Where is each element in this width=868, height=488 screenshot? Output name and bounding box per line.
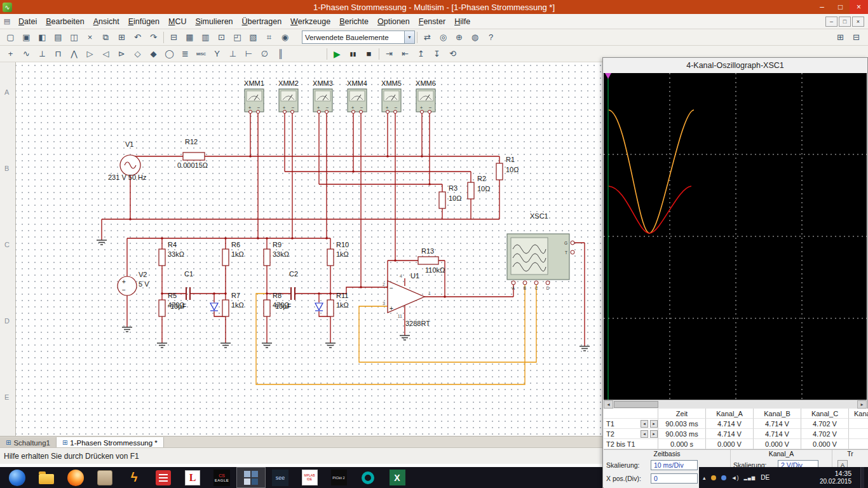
transfer-button[interactable]: ⇄	[419, 30, 435, 44]
place-electromech-button[interactable]: ⊥	[225, 46, 241, 61]
place-misc-digital-button[interactable]: ◆	[146, 46, 161, 61]
multimeter-xmm5[interactable]	[382, 89, 401, 114]
menu-berichte[interactable]: Berichte	[335, 15, 373, 28]
scroll-left-button[interactable]: ◂	[604, 400, 613, 409]
t1-right-button[interactable]: ▸	[650, 420, 658, 428]
tray-app-icon-1[interactable]	[711, 475, 716, 480]
place-ground-button[interactable]: ⟂	[34, 46, 50, 61]
mdi-restore-button[interactable]: □	[839, 17, 851, 27]
start-button[interactable]	[3, 467, 32, 488]
open-file-button[interactable]: ▣	[18, 30, 34, 44]
component-wizard-button[interactable]: ⊡	[214, 30, 229, 44]
redo-button[interactable]: ↷	[146, 30, 161, 44]
place-bus-button[interactable]: ║	[273, 46, 288, 61]
copy-button[interactable]: ⧉	[98, 30, 114, 44]
scope-scrollbar[interactable]: ◂ ▸	[604, 400, 867, 409]
cursor-marker-icon[interactable]	[605, 73, 611, 79]
place-analog-button[interactable]: ◁	[98, 46, 114, 61]
place-cmos-button[interactable]: ◇	[130, 46, 146, 61]
taskbar-firefox[interactable]	[61, 467, 90, 488]
help-button[interactable]: ?	[483, 30, 499, 44]
place-basic-button[interactable]: ⊓	[50, 46, 66, 61]
combo-arrow-icon[interactable]: ▼	[404, 31, 414, 43]
erc-button[interactable]: ⌗	[261, 30, 277, 44]
tray-app-icon-2[interactable]	[721, 475, 726, 480]
mdi-close-button[interactable]: ×	[852, 17, 864, 27]
place-source-button[interactable]: ∿	[18, 46, 34, 61]
multimeter-xmm1[interactable]	[245, 89, 264, 114]
grapher-button[interactable]: ◰	[229, 30, 245, 44]
menu-einfuegen[interactable]: Einfügen	[124, 15, 164, 28]
toggle-toolbox-button[interactable]: ⊞	[832, 30, 848, 44]
undo-button[interactable]: ↶	[130, 30, 146, 44]
t2-right-button[interactable]: ▸	[650, 430, 658, 438]
print-preview-button[interactable]: ◫	[66, 30, 82, 44]
pause-simulation-button[interactable]: ▮▮	[345, 46, 361, 61]
spreadsheet-view-button[interactable]: ▦	[182, 30, 198, 44]
wire-net[interactable]	[102, 112, 585, 346]
taskbar-app-1[interactable]	[90, 467, 119, 488]
mdi-minimize-button[interactable]: –	[825, 17, 837, 27]
place-misc-button[interactable]: MISC	[193, 46, 209, 61]
menu-bearbeiten[interactable]: Bearbeiten	[41, 15, 88, 28]
cut-button[interactable]: ×	[82, 30, 98, 44]
multimeter-xmm6[interactable]	[416, 89, 435, 114]
oscilloscope-title-bar[interactable]: 4-Kanal-Oszillograph-XSC1	[603, 58, 867, 74]
menu-ansicht[interactable]: Ansicht	[89, 15, 124, 28]
multimeter-xmm4[interactable]	[348, 89, 367, 114]
scroll-thumb[interactable]	[614, 401, 658, 408]
place-rf-button[interactable]: Y	[209, 46, 225, 61]
taskbar-eagle-cad[interactable]: CS EAGLE	[207, 467, 236, 488]
menu-simulieren[interactable]: Simulieren	[191, 15, 238, 28]
hidden-icons-button[interactable]: ▴	[703, 475, 706, 481]
step-out-button[interactable]: ↥	[413, 46, 429, 61]
taskbar-mplab-ide[interactable]: MPLAB IDE	[295, 467, 324, 488]
taskbar-see-electrical[interactable]: see	[266, 467, 295, 488]
t2-left-button[interactable]: ◂	[641, 430, 648, 438]
database-manager-button[interactable]: ▥	[198, 30, 214, 44]
print-button[interactable]: ▤	[50, 30, 66, 44]
show-desktop-button[interactable]	[860, 467, 864, 488]
taskbar-file-explorer[interactable]	[32, 467, 61, 488]
place-transistor-button[interactable]: ▷	[82, 46, 98, 61]
maximize-button[interactable]: □	[831, 0, 850, 14]
breadboard-button[interactable]: ◎	[435, 30, 451, 44]
menu-hilfe[interactable]: Hilfe	[450, 15, 475, 28]
menu-optionen[interactable]: Optionen	[373, 15, 414, 28]
taskbar-lightning-app[interactable]: ϟ	[119, 467, 149, 488]
multimeter-xmm2[interactable]	[279, 89, 298, 114]
zoom-button[interactable]: ⊕	[451, 30, 467, 44]
taskbar-multisim[interactable]	[236, 467, 266, 488]
place-mcu-button[interactable]: ∅	[257, 46, 273, 61]
step-over-button[interactable]: ⇤	[397, 46, 413, 61]
language-indicator[interactable]: DE	[761, 474, 770, 481]
capture-area-button[interactable]: ◉	[277, 30, 293, 44]
taskbar-clock[interactable]: 14:35 20.02.2015	[820, 470, 851, 486]
step-into-button[interactable]: ⇥	[381, 46, 397, 61]
menu-fenster[interactable]: Fenster	[414, 15, 450, 28]
place-ttl-button[interactable]: ⊳	[114, 46, 130, 61]
timebase-xpos-input[interactable]: 0	[651, 473, 698, 484]
multimeter-xmm3[interactable]	[313, 89, 332, 114]
taskbar-l-app[interactable]: L	[178, 467, 207, 488]
scroll-right-button[interactable]: ▸	[857, 400, 867, 409]
place-indicator-button[interactable]: ≣	[177, 46, 193, 61]
reset-button[interactable]: ⟲	[445, 46, 461, 61]
web-button[interactable]: ◍	[467, 30, 483, 44]
postprocessor-button[interactable]: ▧	[245, 30, 261, 44]
place-diode-button[interactable]: ⋀	[66, 46, 82, 61]
place-component-button[interactable]: +	[3, 46, 18, 61]
taskbar-ring-app[interactable]	[353, 467, 383, 488]
place-connector-button[interactable]: ⊢	[241, 46, 257, 61]
volume-icon[interactable]: ◄)	[731, 475, 739, 481]
run-simulation-button[interactable]: ▶	[329, 46, 345, 61]
source-v2[interactable]	[118, 276, 137, 295]
network-icon[interactable]: ▂▄▆	[743, 475, 756, 480]
save-button[interactable]: ◧	[34, 30, 50, 44]
toggle-spreadsheet-button[interactable]: ⊟	[848, 30, 864, 44]
new-file-button[interactable]: ▢	[3, 30, 18, 44]
stop-simulation-button[interactable]: ■	[361, 46, 377, 61]
paste-button[interactable]: ⊞	[114, 30, 130, 44]
menu-datei[interactable]: Datei	[14, 15, 41, 28]
menu-uebertragen[interactable]: Übertragen	[238, 15, 287, 28]
